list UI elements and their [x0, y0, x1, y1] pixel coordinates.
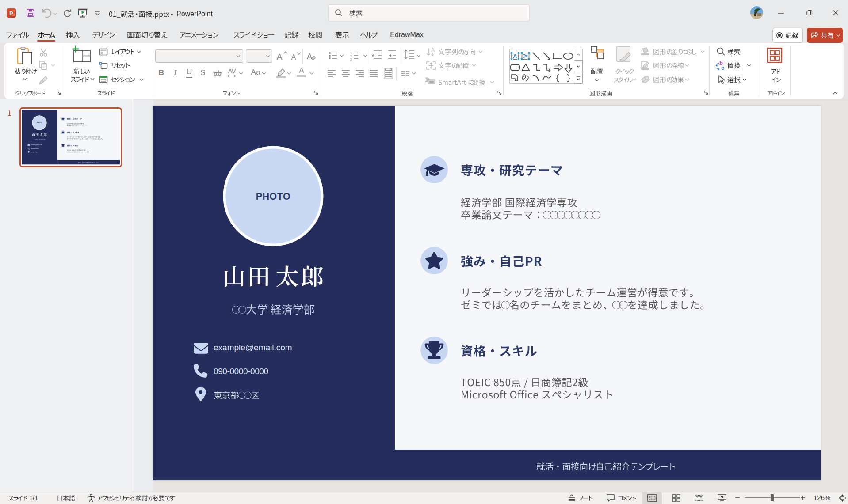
svg-text:c: c	[721, 64, 724, 71]
svg-text:A: A	[513, 53, 517, 60]
svg-text:A: A	[522, 54, 529, 58]
